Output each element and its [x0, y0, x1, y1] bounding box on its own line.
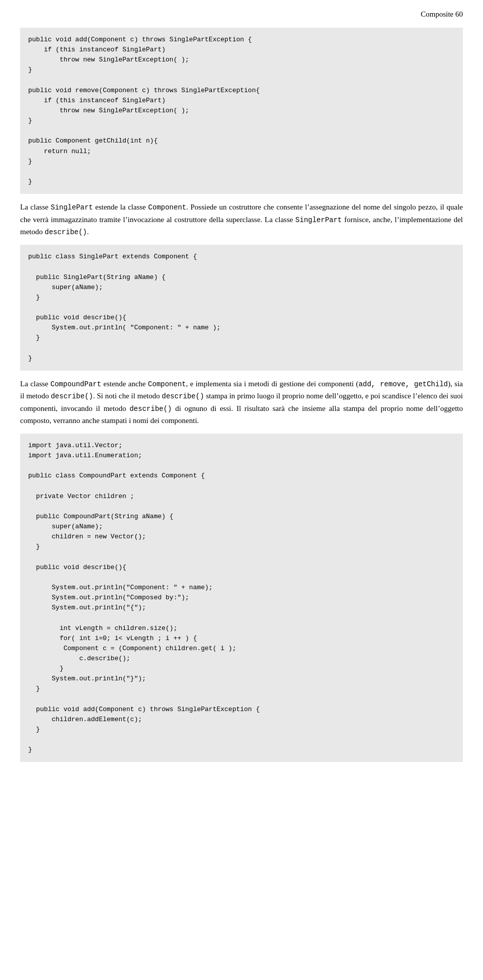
prose-2-method1: describe() — [51, 392, 93, 400]
prose-1-class2: Component — [148, 203, 187, 212]
prose-1-class3: SinglerPart — [295, 216, 342, 224]
prose-2-end: , e implementa sia i metodi di gestione … — [186, 380, 359, 388]
prose-1-before: La classe — [20, 203, 51, 211]
prose-2-before: La classe — [20, 380, 50, 388]
prose-paragraph-1: La classe SinglePart estende la classe C… — [20, 201, 463, 238]
prose-2-class2: Component — [148, 380, 186, 388]
code-block-3: import java.util.Vector; import java.uti… — [20, 434, 463, 762]
prose-2-method2: describe() — [162, 392, 204, 400]
prose-1-end3: . — [87, 228, 89, 236]
prose-1-after: estende la classe — [93, 203, 148, 211]
prose-2-class1: CompoundPart — [50, 380, 101, 388]
prose-2-methods: add, remove, getChild — [359, 380, 448, 388]
code-block-2: public class SinglePart extends Componen… — [20, 245, 463, 371]
prose-2-after: estende anche — [101, 380, 148, 388]
prose-paragraph-2: La classe CompoundPart estende anche Com… — [20, 378, 463, 427]
prose-1-method: describe() — [45, 228, 87, 236]
prose-2-method3: describe() — [129, 405, 172, 413]
page-header: Composite 60 — [20, 10, 463, 19]
code-block-1: public void add(Component c) throws Sing… — [20, 28, 463, 194]
prose-2-end3: . Si noti che il metodo — [93, 392, 162, 400]
prose-1-class1: SinglePart — [51, 203, 93, 212]
